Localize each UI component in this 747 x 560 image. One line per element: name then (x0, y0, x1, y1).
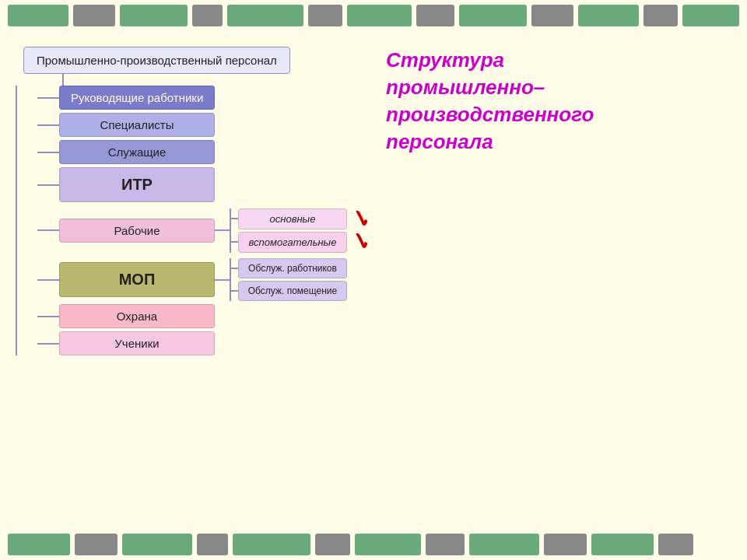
main-title: Структура промышленно– производственного… (386, 47, 594, 156)
checkmarks-area: ✓ ✓ (351, 205, 370, 255)
sub-row-vspomogatelnye: вспомогательные (230, 232, 347, 253)
bar-seg-8 (416, 5, 454, 26)
bar-seg-6 (308, 5, 342, 26)
hline-6b (215, 279, 230, 281)
hline-4 (37, 184, 59, 186)
sub-row-obsluzhrabot: Обслуж. работников (230, 258, 347, 278)
root-vline (62, 74, 64, 86)
bar-seg-10 (531, 5, 573, 26)
bot-seg-5 (233, 534, 310, 555)
bottom-decorative-bar (0, 529, 747, 560)
row-rukovodiashchie: Руководящие работники (37, 86, 370, 110)
diagram-area: Промышленно-производственный персонал Ру… (16, 39, 370, 521)
bar-seg-1 (8, 5, 68, 26)
bot-seg-11 (591, 534, 654, 555)
sub-vline-rabochie (230, 208, 231, 253)
children-column: Руководящие работники Специалисты Служащ… (37, 86, 370, 355)
bot-seg-10 (544, 534, 587, 555)
hline-2 (37, 124, 59, 126)
bar-seg-11 (578, 5, 639, 26)
box-rabochie: Рабочие (59, 219, 215, 243)
bar-seg-13 (682, 5, 739, 26)
right-panel: Структура промышленно– производственного… (386, 39, 731, 521)
main-content: Промышленно-производственный персонал Ру… (0, 31, 747, 529)
bar-seg-5 (227, 5, 303, 26)
bot-seg-6 (315, 534, 350, 555)
row-okhrana: Охрана (37, 304, 370, 328)
bot-seg-4 (197, 534, 228, 555)
hline-1 (37, 97, 59, 99)
row-rabochie: Рабочие основные вспомогательные (37, 205, 370, 255)
sub-hline-1 (230, 218, 238, 219)
tree-body: Руководящие работники Специалисты Служащ… (16, 86, 370, 355)
bot-seg-12 (658, 534, 693, 555)
bot-seg-3 (122, 534, 192, 555)
row-sluzhashchie: Служащие (37, 140, 370, 164)
box-spetsialisty: Специалисты (59, 113, 215, 137)
root-box: Промышленно-производственный персонал (23, 47, 290, 74)
hline-5 (37, 229, 59, 231)
box-obsluzhpom: Обслуж. помещение (238, 281, 347, 301)
sub-row-osnovnye: основные (230, 208, 347, 229)
hline-8 (37, 343, 59, 345)
sub-hline-2 (230, 241, 238, 243)
bar-seg-4 (192, 5, 223, 26)
bracket-vline (16, 86, 17, 355)
hline-5b (215, 229, 230, 231)
box-mop: МОП (59, 262, 215, 297)
box-okhrana: Охрана (59, 304, 215, 328)
top-decorative-bar (0, 0, 747, 31)
hline-6 (37, 279, 59, 281)
sub-hline-3 (230, 268, 238, 269)
sub-hline-4 (230, 290, 238, 292)
hline-3 (37, 152, 59, 153)
title-line2: промышленно– (386, 75, 545, 99)
box-ucheniki: Ученики (59, 331, 215, 355)
bar-seg-9 (459, 5, 528, 26)
box-vspomogatelnye: вспомогательные (238, 232, 347, 253)
sub-vline-mop (230, 258, 231, 301)
bot-seg-1 (8, 534, 70, 555)
mop-sub-boxes: Обслуж. работников Обслуж. помещение (230, 258, 347, 301)
title-line3: производственного (386, 103, 594, 126)
bot-seg-9 (469, 534, 539, 555)
left-bracket (16, 86, 37, 355)
sub-row-obsluzhpom: Обслуж. помещение (230, 281, 347, 301)
row-mop: МОП Обслуж. работников Обслуж. помещение (37, 258, 370, 301)
box-rukovodiashchie: Руководящие работники (59, 86, 215, 110)
box-itr: ИТР (59, 167, 215, 202)
row-ucheniki: Ученики (37, 331, 370, 355)
bar-seg-3 (120, 5, 188, 26)
bar-seg-7 (347, 5, 412, 26)
box-sluzhashchie: Служащие (59, 140, 215, 164)
box-obsluzhrabot: Обслуж. работников (238, 258, 347, 278)
row-itr: ИТР (37, 167, 370, 202)
bot-seg-7 (355, 534, 421, 555)
bar-seg-12 (644, 5, 678, 26)
title-line1: Структура (386, 48, 504, 72)
rabochie-sub-boxes: основные вспомогательные (230, 208, 347, 253)
hline-7 (37, 316, 59, 317)
row-spetsialisty: Специалисты (37, 113, 370, 137)
bot-seg-2 (75, 534, 117, 555)
checkmark-2: ✓ (349, 226, 373, 257)
title-line4: персонала (386, 130, 493, 153)
box-osnovnye: основные (238, 208, 347, 229)
bar-seg-2 (73, 5, 115, 26)
bot-seg-8 (426, 534, 465, 555)
